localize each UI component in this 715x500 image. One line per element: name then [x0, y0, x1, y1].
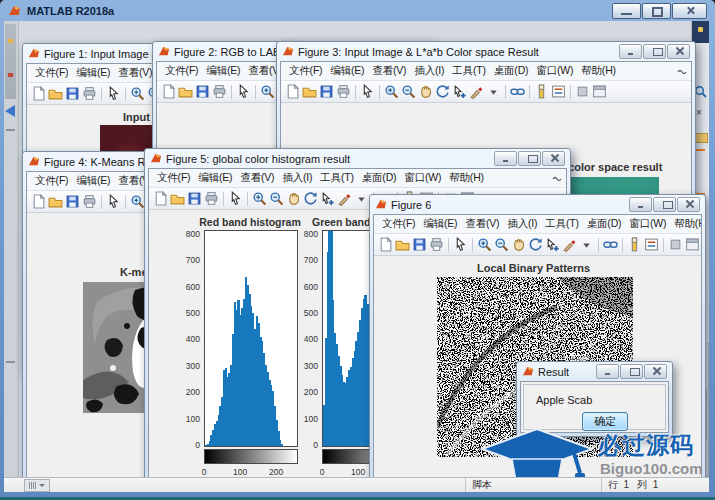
arrow-cursor-icon[interactable]: [360, 84, 375, 99]
minimize-button[interactable]: [612, 3, 641, 19]
brush-icon[interactable]: [562, 237, 577, 252]
minimize-button[interactable]: [494, 151, 517, 166]
print-icon[interactable]: [429, 237, 444, 252]
save-icon[interactable]: [187, 191, 202, 206]
menu-item[interactable]: 窗口(W): [400, 171, 445, 185]
open-folder-icon[interactable]: [395, 237, 410, 252]
menu-item[interactable]: 编辑(E): [419, 217, 461, 231]
panel-toggle-widget[interactable]: [24, 479, 50, 492]
save-icon[interactable]: [319, 84, 334, 99]
data-cursor-icon[interactable]: [545, 237, 560, 252]
pan-icon[interactable]: [418, 84, 433, 99]
brush-icon[interactable]: [469, 84, 484, 99]
maximize-button[interactable]: [518, 151, 541, 166]
menu-item[interactable]: 编辑(E): [326, 64, 368, 78]
new-doc-icon[interactable]: [285, 84, 300, 99]
new-doc-icon[interactable]: [31, 194, 46, 209]
arrow-cursor-icon[interactable]: [106, 86, 121, 101]
menu-item[interactable]: 编辑(E): [72, 174, 114, 188]
menu-item[interactable]: 桌面(D): [583, 217, 626, 231]
arrow-cursor-icon[interactable]: [106, 194, 121, 209]
menu-overflow-icon[interactable]: [552, 169, 562, 187]
ok-button[interactable]: 确定: [582, 412, 628, 431]
matlab-titlebar[interactable]: MATLAB R2018a: [0, 0, 715, 21]
save-icon[interactable]: [65, 86, 80, 101]
close-button[interactable]: [677, 197, 700, 212]
menu-item[interactable]: 编辑(E): [72, 66, 114, 80]
figure5-titlebar[interactable]: Figure 5: global color histogram result: [148, 149, 567, 168]
maximize-button[interactable]: [642, 3, 671, 19]
print-icon[interactable]: [336, 84, 351, 99]
minimize-button[interactable]: [629, 197, 652, 212]
zoom-out-icon[interactable]: [269, 191, 284, 206]
close-button[interactable]: [672, 3, 707, 19]
brush-icon[interactable]: [337, 191, 352, 206]
menu-item[interactable]: 文件(F): [31, 66, 72, 80]
dock-icon[interactable]: [592, 84, 607, 99]
menu-item[interactable]: 帮助(H): [445, 171, 488, 185]
menu-item[interactable]: 工具(T): [541, 217, 582, 231]
open-folder-icon[interactable]: [48, 194, 63, 209]
zoom-in-icon[interactable]: [260, 84, 275, 99]
menu-item[interactable]: 插入(I): [278, 171, 316, 185]
menu-item[interactable]: 工具(T): [316, 171, 357, 185]
resize-grip[interactable]: [697, 478, 709, 492]
print-icon[interactable]: [82, 86, 97, 101]
menu-item[interactable]: 文件(F): [31, 174, 72, 188]
data-cursor-icon[interactable]: [452, 84, 467, 99]
data-cursor-icon[interactable]: [320, 191, 335, 206]
menu-item[interactable]: 编辑(E): [202, 64, 244, 78]
menu-item[interactable]: 桌面(D): [358, 171, 401, 185]
open-folder-icon[interactable]: [170, 191, 185, 206]
menu-item[interactable]: 帮助(H): [577, 64, 620, 78]
menu-overflow-icon[interactable]: [677, 62, 687, 80]
print-icon[interactable]: [212, 84, 227, 99]
maximize-button[interactable]: [653, 197, 676, 212]
dock-minimize-icon[interactable]: [668, 237, 683, 252]
zoom-in-icon[interactable]: [130, 194, 145, 209]
zoom-in-icon[interactable]: [477, 237, 492, 252]
minimize-button[interactable]: [596, 364, 619, 379]
link-plots-icon[interactable]: [510, 84, 525, 99]
dropdown-icon[interactable]: [486, 84, 501, 99]
zoom-in-icon[interactable]: [384, 84, 399, 99]
dropdown-icon[interactable]: [354, 191, 369, 206]
menu-item[interactable]: 工具(T): [448, 64, 489, 78]
minimize-button[interactable]: [619, 44, 642, 59]
save-icon[interactable]: [412, 237, 427, 252]
menu-item[interactable]: 文件(F): [378, 217, 419, 231]
new-doc-icon[interactable]: [153, 191, 168, 206]
open-folder-icon[interactable]: [302, 84, 317, 99]
arrow-cursor-icon[interactable]: [453, 237, 468, 252]
maximize-button[interactable]: [643, 44, 666, 59]
zoom-in-icon[interactable]: [130, 86, 145, 101]
arrow-cursor-icon[interactable]: [228, 191, 243, 206]
legend-icon[interactable]: [644, 237, 659, 252]
menu-item[interactable]: 插入(I): [410, 64, 448, 78]
save-icon[interactable]: [195, 84, 210, 99]
menu-item[interactable]: 帮助(H): [670, 217, 701, 231]
menu-item[interactable]: 文件(F): [153, 171, 194, 185]
result-titlebar[interactable]: Result: [520, 362, 669, 381]
legend-icon[interactable]: [551, 84, 566, 99]
save-icon[interactable]: [65, 194, 80, 209]
rotate-3d-icon[interactable]: [303, 191, 318, 206]
dock-icon[interactable]: [685, 237, 700, 252]
new-doc-icon[interactable]: [161, 84, 176, 99]
close-button[interactable]: [542, 151, 565, 166]
print-icon[interactable]: [204, 191, 219, 206]
menu-item[interactable]: 文件(F): [161, 64, 202, 78]
menu-item[interactable]: 窗口(W): [532, 64, 577, 78]
open-folder-icon[interactable]: [48, 86, 63, 101]
zoom-out-icon[interactable]: [494, 237, 509, 252]
zoom-in-icon[interactable]: [252, 191, 267, 206]
figure3-titlebar[interactable]: Figure 3: Input Image & L*a*b Color spac…: [280, 42, 692, 61]
colorbar-icon[interactable]: [534, 84, 549, 99]
menu-item[interactable]: 窗口(W): [625, 217, 670, 231]
dock-minimize-icon[interactable]: [575, 84, 590, 99]
menu-item[interactable]: 查看(V): [368, 64, 410, 78]
folder-icon[interactable]: [695, 133, 708, 143]
maximize-button[interactable]: [620, 364, 643, 379]
menu-item[interactable]: 桌面(D): [490, 64, 533, 78]
arrow-cursor-icon[interactable]: [236, 84, 251, 99]
